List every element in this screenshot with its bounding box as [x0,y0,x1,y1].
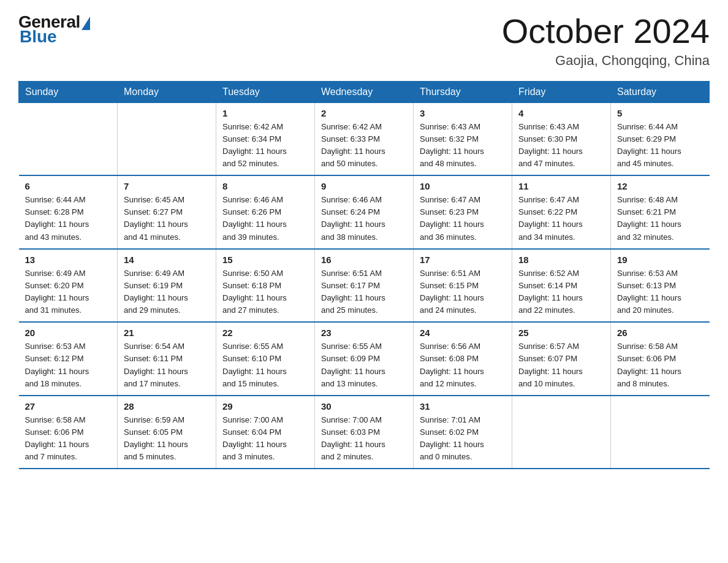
day-number: 9 [321,181,407,191]
day-cell: 31Sunrise: 7:01 AM Sunset: 6:02 PM Dayli… [414,396,512,469]
header-wednesday: Wednesday [315,81,414,102]
day-number: 20 [25,327,112,338]
day-cell: 17Sunrise: 6:51 AM Sunset: 6:15 PM Dayli… [414,249,512,323]
day-info: Sunrise: 6:51 AM Sunset: 6:15 PM Dayligh… [420,267,506,317]
day-number: 24 [420,327,506,338]
title-block: October 2024 Gaojia, Chongqing, China [502,12,710,69]
day-info: Sunrise: 7:01 AM Sunset: 6:02 PM Dayligh… [420,414,506,464]
week-row-3: 13Sunrise: 6:49 AM Sunset: 6:20 PM Dayli… [19,249,710,323]
day-info: Sunrise: 6:45 AM Sunset: 6:27 PM Dayligh… [124,194,210,243]
day-cell: 12Sunrise: 6:48 AM Sunset: 6:21 PM Dayli… [611,175,710,249]
day-info: Sunrise: 6:47 AM Sunset: 6:22 PM Dayligh… [518,194,604,243]
day-info: Sunrise: 6:47 AM Sunset: 6:23 PM Dayligh… [420,194,506,243]
day-number: 25 [518,327,604,338]
day-cell: 26Sunrise: 6:58 AM Sunset: 6:06 PM Dayli… [611,322,710,396]
header-saturday: Saturday [611,81,710,102]
month-title: October 2024 [502,12,710,50]
calendar-table: SundayMondayTuesdayWednesdayThursdayFrid… [18,81,710,470]
page-header: General Blue October 2024 Gaojia, Chongq… [18,12,710,69]
day-cell [611,396,710,469]
day-info: Sunrise: 6:53 AM Sunset: 6:12 PM Dayligh… [25,340,112,390]
header-thursday: Thursday [414,81,512,102]
day-info: Sunrise: 6:49 AM Sunset: 6:20 PM Dayligh… [25,267,112,317]
day-info: Sunrise: 7:00 AM Sunset: 6:04 PM Dayligh… [222,414,308,464]
logo-blue-text: Blue [20,27,57,47]
day-number: 3 [420,108,506,118]
header-tuesday: Tuesday [216,81,315,102]
day-number: 29 [222,401,308,412]
week-row-4: 20Sunrise: 6:53 AM Sunset: 6:12 PM Dayli… [19,322,710,396]
day-cell: 4Sunrise: 6:43 AM Sunset: 6:30 PM Daylig… [512,102,611,175]
day-cell: 30Sunrise: 7:00 AM Sunset: 6:03 PM Dayli… [315,396,414,469]
day-number: 22 [222,327,308,338]
day-cell: 19Sunrise: 6:53 AM Sunset: 6:13 PM Dayli… [611,249,710,323]
week-row-2: 6Sunrise: 6:44 AM Sunset: 6:28 PM Daylig… [19,175,710,249]
day-info: Sunrise: 6:55 AM Sunset: 6:10 PM Dayligh… [222,340,308,390]
day-info: Sunrise: 6:58 AM Sunset: 6:06 PM Dayligh… [25,414,112,464]
day-info: Sunrise: 6:43 AM Sunset: 6:30 PM Dayligh… [518,121,604,170]
day-number: 30 [321,401,407,412]
day-info: Sunrise: 7:00 AM Sunset: 6:03 PM Dayligh… [321,414,407,464]
day-info: Sunrise: 6:42 AM Sunset: 6:34 PM Dayligh… [222,121,308,170]
day-cell [512,396,611,469]
day-number: 27 [25,401,112,412]
week-row-1: 1Sunrise: 6:42 AM Sunset: 6:34 PM Daylig… [19,102,710,175]
day-number: 28 [124,401,210,412]
day-cell: 10Sunrise: 6:47 AM Sunset: 6:23 PM Dayli… [414,175,512,249]
day-number: 13 [25,255,112,265]
day-cell: 18Sunrise: 6:52 AM Sunset: 6:14 PM Dayli… [512,249,611,323]
day-number: 8 [222,181,308,191]
day-info: Sunrise: 6:52 AM Sunset: 6:14 PM Dayligh… [518,267,604,317]
day-number: 10 [420,181,506,191]
day-number: 18 [518,255,604,265]
day-number: 19 [617,255,703,265]
day-cell: 16Sunrise: 6:51 AM Sunset: 6:17 PM Dayli… [315,249,414,323]
day-info: Sunrise: 6:43 AM Sunset: 6:32 PM Dayligh… [420,121,506,170]
day-info: Sunrise: 6:56 AM Sunset: 6:08 PM Dayligh… [420,340,506,390]
day-cell: 3Sunrise: 6:43 AM Sunset: 6:32 PM Daylig… [414,102,512,175]
day-number: 4 [518,108,604,118]
day-cell: 23Sunrise: 6:55 AM Sunset: 6:09 PM Dayli… [315,322,414,396]
day-info: Sunrise: 6:55 AM Sunset: 6:09 PM Dayligh… [321,340,407,390]
day-cell: 15Sunrise: 6:50 AM Sunset: 6:18 PM Dayli… [216,249,315,323]
day-cell: 27Sunrise: 6:58 AM Sunset: 6:06 PM Dayli… [19,396,118,469]
day-info: Sunrise: 6:51 AM Sunset: 6:17 PM Dayligh… [321,267,407,317]
location: Gaojia, Chongqing, China [502,53,710,69]
day-info: Sunrise: 6:44 AM Sunset: 6:29 PM Dayligh… [617,121,703,170]
day-number: 1 [222,108,308,118]
day-number: 26 [617,327,703,338]
day-info: Sunrise: 6:50 AM Sunset: 6:18 PM Dayligh… [222,267,308,317]
day-cell: 29Sunrise: 7:00 AM Sunset: 6:04 PM Dayli… [216,396,315,469]
day-cell: 2Sunrise: 6:42 AM Sunset: 6:33 PM Daylig… [315,102,414,175]
calendar-header-row: SundayMondayTuesdayWednesdayThursdayFrid… [19,81,710,102]
day-number: 14 [124,255,210,265]
day-cell: 21Sunrise: 6:54 AM Sunset: 6:11 PM Dayli… [118,322,216,396]
day-number: 31 [420,401,506,412]
day-number: 7 [124,181,210,191]
day-cell: 1Sunrise: 6:42 AM Sunset: 6:34 PM Daylig… [216,102,315,175]
day-info: Sunrise: 6:42 AM Sunset: 6:33 PM Dayligh… [321,121,407,170]
logo: General Blue [18,12,90,47]
day-number: 17 [420,255,506,265]
logo-triangle-icon [82,17,90,30]
day-number: 16 [321,255,407,265]
day-info: Sunrise: 6:46 AM Sunset: 6:26 PM Dayligh… [222,194,308,243]
day-info: Sunrise: 6:44 AM Sunset: 6:28 PM Dayligh… [25,194,112,243]
day-number: 21 [124,327,210,338]
day-cell: 5Sunrise: 6:44 AM Sunset: 6:29 PM Daylig… [611,102,710,175]
day-info: Sunrise: 6:58 AM Sunset: 6:06 PM Dayligh… [617,340,703,390]
day-cell [118,102,216,175]
day-cell: 25Sunrise: 6:57 AM Sunset: 6:07 PM Dayli… [512,322,611,396]
week-row-5: 27Sunrise: 6:58 AM Sunset: 6:06 PM Dayli… [19,396,710,469]
day-number: 23 [321,327,407,338]
day-info: Sunrise: 6:54 AM Sunset: 6:11 PM Dayligh… [124,340,210,390]
day-cell: 9Sunrise: 6:46 AM Sunset: 6:24 PM Daylig… [315,175,414,249]
day-cell [19,102,118,175]
day-number: 11 [518,181,604,191]
day-cell: 22Sunrise: 6:55 AM Sunset: 6:10 PM Dayli… [216,322,315,396]
day-info: Sunrise: 6:59 AM Sunset: 6:05 PM Dayligh… [124,414,210,464]
day-number: 2 [321,108,407,118]
day-cell: 8Sunrise: 6:46 AM Sunset: 6:26 PM Daylig… [216,175,315,249]
day-cell: 20Sunrise: 6:53 AM Sunset: 6:12 PM Dayli… [19,322,118,396]
header-monday: Monday [118,81,216,102]
